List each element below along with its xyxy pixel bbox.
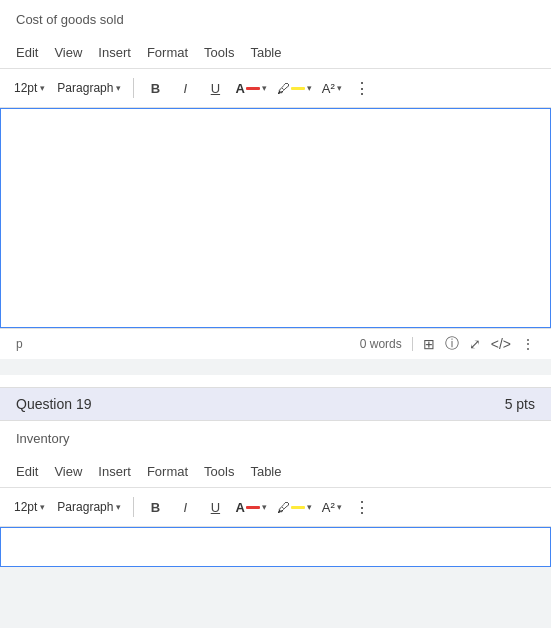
font-color-chevron-2: ▾ (262, 502, 267, 512)
block-inventory: Question 19 5 pts Inventory Edit View In… (0, 375, 551, 567)
bold-button-1[interactable]: B (142, 75, 168, 101)
menu-tools-2[interactable]: Tools (198, 462, 240, 481)
font-color-icon-1: A (235, 81, 244, 96)
underline-button-2[interactable]: U (202, 494, 228, 520)
divider-2a (133, 497, 134, 517)
bold-button-2[interactable]: B (142, 494, 168, 520)
menu-format-2[interactable]: Format (141, 462, 194, 481)
highlight-chevron-2: ▾ (307, 502, 312, 512)
question-header-2: Question 19 5 pts (0, 387, 551, 421)
spacer-2 (16, 421, 535, 431)
expand-icon-1[interactable]: ⤢ (469, 336, 481, 352)
block-cost-of-goods-sold: Cost of goods sold Edit View Insert Form… (0, 0, 551, 359)
editor-area-1[interactable] (0, 108, 551, 328)
italic-button-2[interactable]: I (172, 494, 198, 520)
font-color-button-1[interactable]: A ▾ (232, 79, 269, 98)
highlight-swatch-1 (291, 87, 305, 90)
word-count-1: 0 words (360, 337, 413, 351)
divider-1a (133, 78, 134, 98)
highlight-icon-1: 🖊 (277, 81, 290, 96)
paragraph-style-chevron-1: ▾ (116, 83, 121, 93)
highlight-color-button-2[interactable]: 🖊 ▾ (274, 498, 315, 517)
font-size-select-1[interactable]: 12pt ▾ (10, 79, 49, 97)
font-size-chevron-1: ▾ (40, 83, 45, 93)
menu-table-2[interactable]: Table (244, 462, 287, 481)
toolbar-1: 12pt ▾ Paragraph ▾ B I U A ▾ 🖊 ▾ A² ▾ ⋮ (0, 69, 551, 108)
more-options-button-2[interactable]: ⋮ (349, 494, 375, 520)
more-icon-1[interactable]: ⋮ (521, 336, 535, 352)
font-size-select-2[interactable]: 12pt ▾ (10, 498, 49, 516)
toolbar-2: 12pt ▾ Paragraph ▾ B I U A ▾ 🖊 ▾ A² ▾ ⋮ (0, 488, 551, 527)
editor-footer-1: p 0 words ⊞ ⓘ ⤢ </> ⋮ (0, 328, 551, 359)
table-icon-1[interactable]: ⊞ (423, 336, 435, 352)
superscript-button-1[interactable]: A² ▾ (319, 79, 345, 98)
question-title-1: Cost of goods sold (16, 12, 535, 27)
superscript-chevron-1: ▾ (337, 83, 342, 93)
separator (0, 367, 551, 375)
highlight-color-button-1[interactable]: 🖊 ▾ (274, 79, 315, 98)
menu-edit-2[interactable]: Edit (10, 462, 44, 481)
paragraph-indicator-1: p (16, 337, 23, 351)
menu-view-2[interactable]: View (48, 462, 88, 481)
highlight-swatch-2 (291, 506, 305, 509)
code-icon-1[interactable]: </> (491, 336, 511, 352)
paragraph-style-select-2[interactable]: Paragraph ▾ (53, 498, 125, 516)
font-color-icon-2: A (235, 500, 244, 515)
underline-button-1[interactable]: U (202, 75, 228, 101)
superscript-button-2[interactable]: A² ▾ (319, 498, 345, 517)
menu-tools-1[interactable]: Tools (198, 43, 240, 62)
font-color-swatch-2 (246, 506, 260, 509)
highlight-icon-2: 🖊 (277, 500, 290, 515)
font-size-chevron-2: ▾ (40, 502, 45, 512)
question-pts-2: 5 pts (505, 396, 535, 412)
paragraph-style-chevron-2: ▾ (116, 502, 121, 512)
menu-view-1[interactable]: View (48, 43, 88, 62)
font-color-swatch-1 (246, 87, 260, 90)
paragraph-style-select-1[interactable]: Paragraph ▾ (53, 79, 125, 97)
more-options-button-1[interactable]: ⋮ (349, 75, 375, 101)
menu-table-1[interactable]: Table (244, 43, 287, 62)
menu-bar-2: Edit View Insert Format Tools Table (0, 456, 551, 488)
menu-format-1[interactable]: Format (141, 43, 194, 62)
question-title-2: Inventory (16, 431, 535, 446)
superscript-chevron-2: ▾ (337, 502, 342, 512)
menu-edit-1[interactable]: Edit (10, 43, 44, 62)
italic-button-1[interactable]: I (172, 75, 198, 101)
editor-area-2[interactable] (0, 527, 551, 567)
footer-right-1: 0 words ⊞ ⓘ ⤢ </> ⋮ (360, 335, 535, 353)
font-color-chevron-1: ▾ (262, 83, 267, 93)
menu-insert-1[interactable]: Insert (92, 43, 137, 62)
menu-bar-1: Edit View Insert Format Tools Table (0, 37, 551, 69)
accessibility-icon-1[interactable]: ⓘ (445, 335, 459, 353)
highlight-chevron-1: ▾ (307, 83, 312, 93)
menu-insert-2[interactable]: Insert (92, 462, 137, 481)
question-label-2: Question 19 (16, 396, 92, 412)
font-color-button-2[interactable]: A ▾ (232, 498, 269, 517)
